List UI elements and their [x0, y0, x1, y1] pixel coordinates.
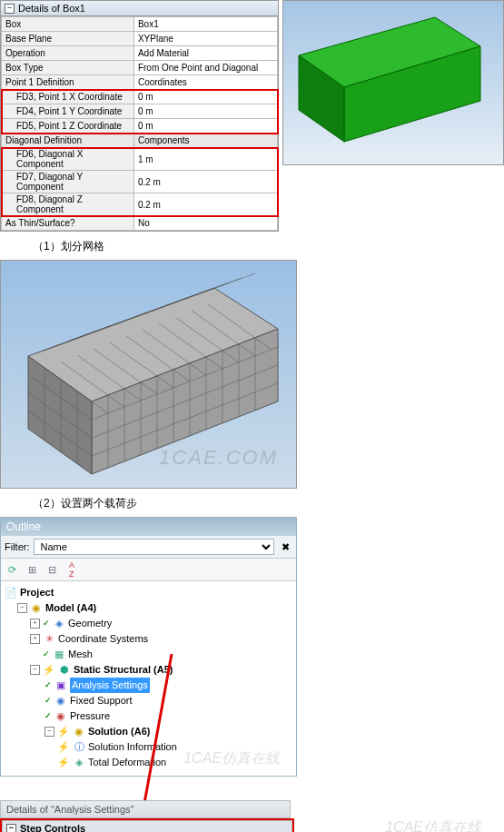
prop-label: As Thin/Surface?	[2, 216, 134, 231]
watermark: 1CAE仿真在线	[183, 749, 280, 768]
check-icon: ✓	[44, 708, 52, 724]
solution-icon: ◉	[73, 726, 85, 738]
tree-analysis-settings[interactable]: ✓ ▣ Analysis Settings	[5, 678, 292, 693]
prop-value[interactable]: Add Material	[133, 46, 277, 61]
prop-label: Point 1 Definition	[2, 75, 134, 90]
tree-label: Pressure	[70, 708, 110, 724]
details2-title: Details of "Analysis Settings"	[0, 800, 291, 818]
check-icon: ✓	[44, 678, 52, 693]
prop-label: FD4, Point 1 Y Coordinate	[2, 104, 134, 119]
expand-icon[interactable]: +	[30, 634, 40, 644]
prop-value[interactable]: Components	[133, 134, 277, 148]
tree-model[interactable]: − ◉ Model (A4)	[5, 600, 292, 616]
tree-label: Project	[20, 585, 54, 600]
tree-mesh[interactable]: ✓ ▦ Mesh	[5, 647, 292, 662]
section-label: Step Controls	[20, 823, 85, 832]
tree-label: Total Deformation	[88, 755, 166, 770]
bolt-icon: ⚡	[57, 755, 70, 770]
sort-az-icon[interactable]: AZ	[64, 562, 79, 577]
prop-label: Box Type	[2, 61, 134, 75]
prop-value[interactable]: 0.2 m	[133, 171, 277, 193]
prop-value[interactable]: Coordinates	[133, 75, 277, 90]
outline-toolbar: ⟳ ⊞ ⊟ AZ	[1, 559, 296, 581]
model-icon: ◉	[30, 602, 43, 615]
caption-2: （2）设置两个载荷步	[33, 496, 504, 511]
tree-solution[interactable]: − ⚡ ◉ Solution (A6)	[5, 724, 292, 739]
watermark: 1CAE.COM	[159, 446, 278, 470]
collapse-icon[interactable]: −	[5, 4, 15, 14]
step-controls-header[interactable]: − Step Controls	[2, 820, 292, 832]
tree-project[interactable]: 📄 Project	[5, 585, 292, 600]
tree-label: Geometry	[68, 616, 112, 631]
outline-title: Outline	[1, 518, 296, 536]
collapse-icon[interactable]: ⊟	[44, 562, 59, 577]
collapse-icon[interactable]: −	[6, 824, 16, 833]
filter-row: Filter: Name ✖	[1, 536, 296, 559]
filter-select[interactable]: Name	[34, 539, 275, 555]
tree-label: Static Structural (A5)	[74, 662, 173, 678]
tree-static-structural[interactable]: − ⚡ ⬢ Static Structural (A5)	[5, 662, 292, 678]
prop-label: FD7, Diagonal Y Component	[2, 171, 134, 193]
geometry-3d-view[interactable]	[282, 0, 504, 165]
prop-label: FD6, Diagonal X Component	[2, 148, 134, 171]
tree-label: Model (A4)	[45, 600, 96, 616]
check-icon: ✓	[44, 693, 52, 708]
details-of-box1-panel: − Details of Box1 BoxBox1 Base PlaneXYPl…	[0, 0, 279, 232]
watermark: 1CAE仿真在线	[385, 818, 481, 832]
tree-fixed-support[interactable]: ✓ ◉ Fixed Support	[5, 693, 292, 708]
details-header[interactable]: − Details of Box1	[1, 1, 278, 16]
geometry-icon: ◈	[53, 618, 65, 630]
caption-1: （1）划分网格	[33, 239, 504, 254]
structural-icon: ⬢	[58, 664, 71, 677]
tree-label: Solution (A6)	[88, 724, 150, 739]
mesh-icon: ▦	[53, 649, 65, 661]
details-title: Details of Box1	[18, 3, 85, 14]
details-of-analysis-settings-panel: Details of "Analysis Settings" − Step Co…	[0, 800, 291, 832]
expand-icon[interactable]: +	[30, 619, 40, 629]
prop-value[interactable]: 1 m	[133, 148, 277, 171]
bolt-icon: ⚡	[57, 724, 70, 739]
collapse-icon[interactable]: −	[17, 603, 27, 613]
prop-value[interactable]: From One Point and Diagonal	[133, 61, 277, 75]
prop-value[interactable]: 0 m	[133, 104, 277, 119]
prop-value[interactable]: 0 m	[133, 90, 277, 104]
prop-label: Diagonal Definition	[2, 134, 134, 148]
prop-value[interactable]: Box1	[133, 17, 277, 32]
project-icon: 📄	[5, 587, 17, 599]
tree-label-selected: Analysis Settings	[70, 678, 150, 693]
tree-pressure[interactable]: ✓ ◉ Pressure	[5, 708, 292, 724]
collapse-icon[interactable]: −	[44, 727, 54, 737]
expand-icon[interactable]: ⊞	[25, 562, 39, 577]
bolt-icon: ⚡	[57, 739, 70, 755]
prop-label: Box	[2, 17, 134, 32]
prop-value[interactable]: 0 m	[133, 119, 277, 134]
tree-label: Coordinate Systems	[58, 631, 148, 647]
clear-filter-icon[interactable]: ✖	[278, 540, 292, 554]
axes-icon: ✳	[43, 633, 55, 646]
analysis-settings-icon: ▣	[54, 679, 67, 692]
prop-label: FD3, Point 1 X Coordinate	[2, 90, 134, 104]
solid-box-icon	[294, 10, 485, 146]
tree-label: Mesh	[68, 647, 93, 662]
prop-value[interactable]: 0.2 m	[133, 193, 277, 216]
pressure-icon: ◉	[54, 710, 67, 723]
outline-panel: Outline Filter: Name ✖ ⟳ ⊞ ⊟ AZ 📄 Projec…	[0, 517, 297, 777]
tree-label: Solution Information	[88, 739, 177, 755]
prop-label: FD5, Point 1 Z Coordinate	[2, 119, 134, 134]
mesh-3d-view[interactable]: 1CAE.COM	[0, 260, 297, 489]
prop-label: FD8, Diagonal Z Component	[2, 193, 134, 216]
check-icon: ✓	[43, 616, 50, 631]
collapse-icon[interactable]: −	[30, 665, 40, 675]
prop-label: Base Plane	[2, 32, 134, 46]
tree-coordinate-systems[interactable]: + ✳ Coordinate Systems	[5, 631, 292, 647]
filter-label: Filter:	[5, 541, 30, 552]
prop-value[interactable]: XYPlane	[133, 32, 277, 46]
info-icon: ⓘ	[73, 741, 85, 754]
deformation-icon: ◈	[73, 757, 85, 769]
refresh-icon[interactable]: ⟳	[5, 562, 19, 577]
properties-table: BoxBox1 Base PlaneXYPlane OperationAdd M…	[1, 16, 278, 231]
outline-tree: 📄 Project − ◉ Model (A4) + ✓ ◈ Geometry …	[1, 581, 296, 776]
prop-value[interactable]: No	[133, 216, 277, 231]
tree-geometry[interactable]: + ✓ ◈ Geometry	[5, 616, 292, 631]
prop-label: Operation	[2, 46, 134, 61]
